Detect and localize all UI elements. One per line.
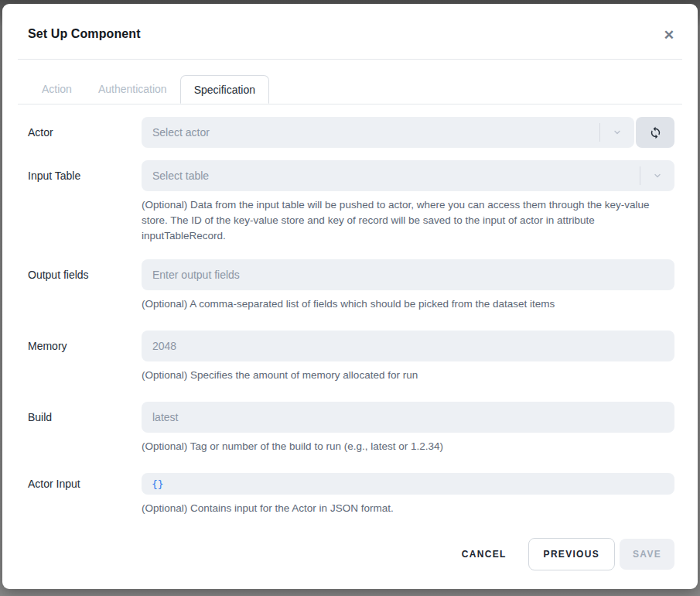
input-table-select-placeholder: Select table [152,170,640,182]
actor-input-json-editor[interactable]: {} [142,473,674,495]
field-label-output-fields: Output fields [28,259,142,312]
field-help-input-table: (Optional) Data from the input table wil… [142,197,664,244]
form-row-output-fields: Output fields (Optional) A comma-separat… [28,259,674,312]
field-help-build: (Optional) Tag or number of the build to… [142,439,664,454]
previous-button[interactable]: PREVIOUS [528,538,615,570]
chevron-down-icon [640,171,674,180]
form-body: Actor Select actor [2,104,698,538]
field-label-memory: Memory [28,331,142,383]
modal-backdrop: Set Up Component ✕ Action Authentication… [0,0,700,596]
field-label-actor-input: Actor Input [28,473,142,516]
tab-bar: Action Authentication Specification [18,75,682,104]
field-help-memory: (Optional) Specifies the amount of memor… [142,368,664,383]
field-help-actor-input: (Optional) Contains input for the Actor … [142,501,664,516]
tab-authentication[interactable]: Authentication [85,75,180,104]
setup-component-modal: Set Up Component ✕ Action Authentication… [2,4,698,589]
modal-header: Set Up Component ✕ [2,4,698,41]
save-button[interactable]: SAVE [620,539,674,570]
form-row-actor-input: Actor Input {} (Optional) Contains input… [28,473,674,516]
field-label-actor: Actor [28,117,142,148]
actor-select-placeholder: Select actor [152,126,599,139]
modal-title: Set Up Component [28,27,674,41]
tab-specification[interactable]: Specification [180,75,269,104]
build-input[interactable] [142,402,674,433]
form-row-input-table: Input Table Select table (Optional) Data… [28,160,674,244]
field-label-build: Build [28,402,142,454]
form-row-build: Build (Optional) Tag or number of the bu… [28,402,674,454]
actor-select[interactable]: Select actor [142,117,634,148]
json-value: {} [152,478,164,490]
form-row-memory: Memory (Optional) Specifies the amount o… [28,331,674,383]
refresh-actors-button[interactable] [636,117,674,148]
chevron-down-icon [600,128,634,137]
output-fields-input[interactable] [142,259,674,290]
input-table-select[interactable]: Select table [142,160,674,191]
form-row-actor: Actor Select actor [28,117,674,148]
memory-input[interactable] [142,331,674,361]
refresh-icon [649,126,662,139]
field-label-input-table: Input Table [28,160,142,244]
tab-action[interactable]: Action [29,75,85,104]
cancel-button[interactable]: CANCEL [449,539,519,570]
header-divider [18,59,682,60]
actor-select-group: Select actor [142,117,674,148]
close-icon[interactable]: ✕ [661,26,678,45]
modal-footer: CANCEL PREVIOUS SAVE [2,538,698,589]
field-help-output-fields: (Optional) A comma-separated list of fie… [142,296,664,312]
